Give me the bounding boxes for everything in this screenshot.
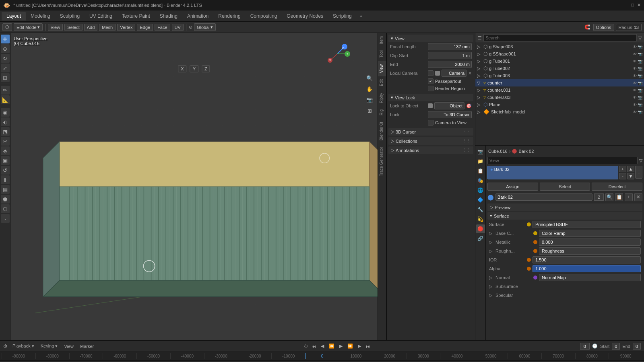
view-lock-section-header[interactable]: ▾ View Lock	[388, 94, 473, 101]
viewport-canvas[interactable]	[10, 33, 378, 340]
visibility-icon[interactable]: 👁	[633, 81, 637, 85]
current-frame-input[interactable]: 0	[580, 343, 590, 350]
render-icon[interactable]: 📷	[638, 95, 642, 100]
annotations-options-icon[interactable]: ⋮⋮	[462, 148, 471, 153]
editor-type-selector[interactable]: ⬡	[2, 23, 12, 31]
grid-view-tool[interactable]: ⊞	[365, 106, 374, 115]
grab-tool[interactable]: ✋	[365, 84, 374, 94]
collections-section-header[interactable]: ▷ Collections ⋮⋮	[388, 137, 473, 145]
options-button[interactable]: Options	[593, 24, 614, 31]
search-viewport-tool[interactable]: 🔍	[365, 73, 374, 83]
material-new-btn[interactable]: +	[625, 193, 633, 201]
outliner-search-input[interactable]	[483, 34, 637, 41]
visibility-icon[interactable]: 👁	[633, 74, 637, 78]
y-axis-btn[interactable]: Y	[190, 65, 198, 72]
outliner-item-tube003[interactable]: ▷ ⬡ g Tube003 👁 📷	[475, 72, 644, 79]
outliner-item-gsshape001[interactable]: ▷ ⬡ g SShape001 👁 📷	[475, 50, 644, 58]
roughness-dot[interactable]	[533, 249, 537, 253]
visibility-icon[interactable]: 👁	[633, 103, 637, 107]
transform-tool[interactable]: ⊞	[1, 73, 10, 82]
prev-keyframe-btn[interactable]: ⏪	[327, 343, 336, 350]
view-section-header[interactable]: ▾ View	[388, 35, 473, 42]
workspace-tab-animation[interactable]: Animation	[182, 12, 213, 21]
select-menu[interactable]: Select	[64, 24, 83, 31]
lock-object-picker[interactable]: 🎯	[466, 103, 472, 109]
prev-frame-btn[interactable]: ◀	[319, 343, 326, 350]
workspace-tab-modeling[interactable]: Modeling	[26, 12, 55, 21]
marker-menu[interactable]: Marker	[78, 343, 95, 350]
edit-mode-selector[interactable]: Edit Mode ▾	[14, 23, 43, 31]
sidebar-tab-item[interactable]: Item	[378, 33, 386, 47]
cursor-options-icon[interactable]: ⋮⋮	[462, 129, 471, 134]
props-search-input[interactable]	[487, 157, 638, 164]
workspace-tab-texture-paint[interactable]: Texture Paint	[117, 12, 155, 21]
workspace-tab-compositing[interactable]: Compositing	[246, 12, 282, 21]
material-delete-btn[interactable]: ✕	[634, 193, 642, 201]
alpha-dot[interactable]	[527, 267, 531, 271]
outliner-item-tube001[interactable]: ▷ ⬡ g Tube001 👁 📷	[475, 58, 644, 65]
add-slot-button[interactable]: +	[619, 166, 626, 172]
outliner-filter-icon[interactable]: ▽	[638, 35, 642, 41]
sidebar-tab-blenderkit[interactable]: BlenderKit	[378, 119, 386, 144]
loop-cut-tool[interactable]: ⬔	[1, 127, 10, 136]
visibility-icon[interactable]: 👁	[633, 88, 637, 93]
close-btn[interactable]: ✕	[637, 2, 641, 8]
play-btn[interactable]: ▶	[338, 343, 344, 350]
face-menu[interactable]: Face	[155, 24, 170, 31]
render-icon[interactable]: 📷	[638, 59, 642, 64]
cursor-section-header[interactable]: ▷ 3D Cursor ⋮⋮	[388, 128, 473, 136]
local-camera-checkbox[interactable]	[428, 70, 433, 76]
poly-build-tool[interactable]: ▣	[1, 156, 10, 165]
subsurface-expand[interactable]: ▷	[489, 284, 494, 289]
props-tab-constraint[interactable]: 🔗	[476, 234, 485, 243]
mesh-menu[interactable]: Mesh	[99, 24, 116, 31]
add-menu[interactable]: Add	[84, 24, 98, 31]
base-color-dot[interactable]	[533, 231, 537, 235]
add-workspace-button[interactable]: +	[357, 12, 365, 20]
knife-tool[interactable]: ✂	[1, 137, 10, 146]
props-tab-output[interactable]: 📁	[476, 157, 485, 166]
keying-menu[interactable]: Keying ▾	[39, 343, 60, 350]
render-icon[interactable]: 📷	[638, 45, 642, 49]
bridge-tool[interactable]: ⬡	[1, 204, 10, 213]
viewport[interactable]: User Perspective (0) Cube.016	[10, 33, 378, 340]
render-icon[interactable]: 📷	[638, 66, 642, 71]
viewport-gizmo[interactable]: Z Y X	[321, 38, 353, 70]
select-button[interactable]: Select	[540, 183, 590, 191]
uv-menu[interactable]: UV	[172, 24, 184, 31]
measure-tool[interactable]: 📐	[1, 95, 10, 104]
workspace-tab-uv-editing[interactable]: UV Editing	[85, 12, 117, 21]
material-browse-btn[interactable]: 🔍	[605, 193, 613, 201]
move-tool[interactable]: ⊕	[1, 44, 10, 53]
edge-slide-tool[interactable]: ⬖	[1, 117, 10, 126]
metallic-expand[interactable]: ▷	[489, 240, 494, 245]
bisect-tool[interactable]: ⬘	[1, 146, 10, 155]
base-color-expand[interactable]: ▷	[489, 231, 494, 236]
outliner-item-plane[interactable]: ▷ ⬡ Plane 👁 📷	[475, 101, 644, 108]
next-frame-btn[interactable]: ▶	[356, 343, 363, 350]
render-icon[interactable]: 📷	[638, 74, 642, 78]
slot-down-button[interactable]: ▼	[627, 173, 634, 179]
render-icon[interactable]: 📷	[638, 81, 642, 85]
jump-end-btn[interactable]: ⏭	[364, 343, 372, 350]
camera-to-view-checkbox[interactable]	[428, 120, 433, 125]
visibility-icon[interactable]: 👁	[633, 110, 637, 114]
minimize-btn[interactable]: ─	[625, 2, 628, 8]
visibility-icon[interactable]: 👁	[633, 66, 637, 71]
maximize-btn[interactable]: □	[631, 2, 634, 8]
preview-section-header[interactable]: ▷ Preview	[487, 204, 642, 211]
props-tab-scene[interactable]: 🎭	[476, 176, 485, 185]
specular-expand[interactable]: ▷	[489, 293, 494, 298]
props-tab-modifier[interactable]: 🔧	[476, 205, 485, 214]
scale-tool[interactable]: ⤢	[1, 64, 10, 72]
ior-dot[interactable]	[527, 258, 531, 262]
collections-options-icon[interactable]: ⋮⋮	[462, 138, 471, 144]
props-tab-object[interactable]: 🔷	[476, 195, 485, 204]
visibility-icon[interactable]: 👁	[633, 52, 637, 56]
passepartout-checkbox[interactable]	[428, 78, 433, 84]
end-frame-input[interactable]: 0	[633, 343, 641, 350]
props-filter-icon[interactable]: ▽	[639, 158, 642, 163]
render-icon[interactable]: 📷	[638, 103, 642, 107]
props-tab-material[interactable]: 🔴	[476, 224, 485, 233]
normal-dot[interactable]	[533, 276, 537, 280]
